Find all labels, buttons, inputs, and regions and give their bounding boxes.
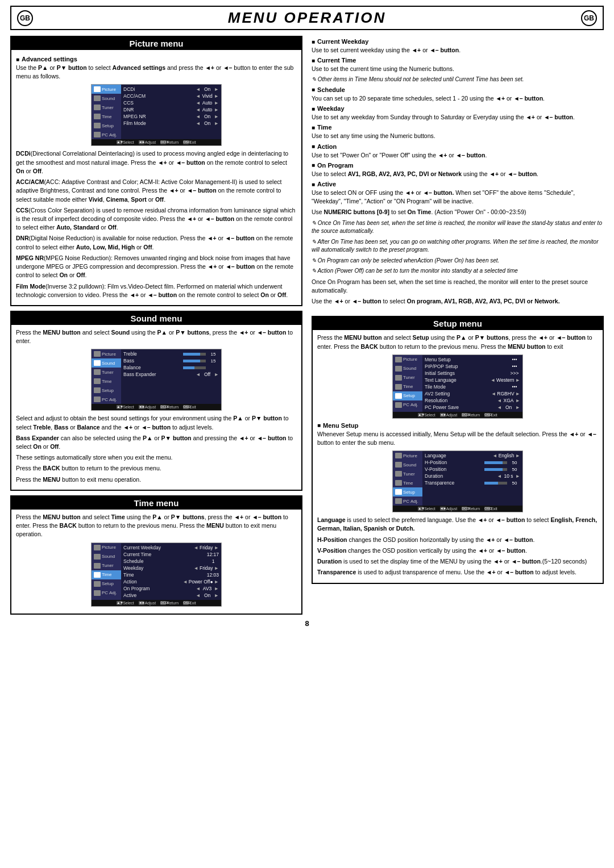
film-mode-text: Film Mode(Inverse 3:2 pulldown): Film vs… <box>16 282 297 299</box>
lang-sidebar-tuner: Tuner <box>393 469 422 478</box>
advanced-settings-text: Use the P▲ or P▼ button to select Advanc… <box>16 64 297 81</box>
mpeg-nr-text: MPEG NR(MPEG Noise Reduction): Removes u… <box>16 254 297 280</box>
sound-menu-bottom-bar: ▲▼ Select ◄► Adjust DCDi Return OSD Exit <box>92 404 221 410</box>
menu-row-initial-settings: Initial Settings >>> <box>425 370 520 377</box>
setup-sidebar-tuner: Tuner <box>393 373 422 382</box>
picture-sidebar: Picture Sound Tuner Time Setup PC Adj. <box>92 85 121 139</box>
sidebar-sound: Sound <box>92 94 121 103</box>
sidebar-setup: Setup <box>92 121 121 130</box>
current-weekday-label: Current Weekday <box>312 38 604 45</box>
main-content: Picture menu Advanced settings Use the P… <box>10 36 604 615</box>
picture-menu-screenshot: Picture Sound Tuner Time Setup PC Adj. D… <box>91 84 222 146</box>
time-sidebar: Picture Sound Tuner Time Setup PC Adj. <box>92 543 121 600</box>
menu-row-schedule: Schedule 1 <box>123 558 219 565</box>
menu-row-pc-power-save: PC Power Save ◄ On ► <box>425 404 520 411</box>
lang-menu-bottom-bar: ▲▼ Select ◄► Adjust DCDi Return OSD Exit <box>393 506 522 512</box>
vposition-text: V-Position changes the OSD position vert… <box>317 546 598 555</box>
menu-row-active: Active ◄ On ► <box>123 592 219 599</box>
time-sidebar-tuner: Tuner <box>92 561 121 570</box>
sound-menu-body: Press the MENU button and select Sound u… <box>11 325 301 490</box>
menu-row-balance: Balance <box>123 364 219 371</box>
language-text: Language is used to select the preferred… <box>317 516 598 533</box>
lang-sidebar-picture: Picture <box>393 451 422 460</box>
picture-menu-content: DCDi ◄ On ► ACC/ACM ◄ Vivid ► <box>121 85 221 139</box>
setup-sidebar-setup: Setup <box>393 391 422 400</box>
menu-row-current-weekday: Current Weekday ◄ Friday ► <box>123 544 219 551</box>
dnr-text: DNR(Digital Noise Reduction) is availabl… <box>16 234 297 251</box>
setup-menu-screenshot: Picture Sound Tuner Time Setup PC Adj. M… <box>392 354 523 419</box>
menu-row-text-language: Text Language ◄ Western ► <box>425 377 520 383</box>
note1: ✎ Once On Time has been set, when the se… <box>312 219 604 236</box>
time-label: Time <box>312 124 604 131</box>
note4: ✎ Action (Power Off) can be set to turn … <box>312 267 604 276</box>
note2: ✎ After On Time has been set, you can go… <box>312 238 604 254</box>
weekday-text: Use to set any weekday from Sunday throu… <box>312 113 604 122</box>
menu-row-dnr: DNR ◄ Auto ► <box>123 106 219 113</box>
setup-menu-content: Menu Setup ••• PIP/POP Setup ••• Initial… <box>422 355 522 412</box>
lang-sidebar-pcadj: PC Adj. <box>393 496 422 506</box>
menu-row-weekday: Weekday ◄ Friday ► <box>123 565 219 571</box>
summary-text1: Once On Program has been set, when the s… <box>312 278 604 295</box>
ccs-text: CCS(Cross Color Separation) is used to r… <box>16 206 297 232</box>
menu-row-time: Time 12:03 <box>123 571 219 578</box>
sound-sidebar-pcadj: PC Adj. <box>92 395 121 404</box>
sound-desc-text: Select and adjust to obtain the best sou… <box>16 414 297 431</box>
time-menu-body: Press the MENU button and select Time us… <box>11 510 301 614</box>
menu-row-vposition: V-Position 50 <box>425 466 520 473</box>
setup-menu-body: Press the MENU button and select Setup u… <box>313 330 603 582</box>
page-number: 8 <box>10 619 604 628</box>
menu-row-ccs: CCS ◄ Auto ► <box>123 99 219 106</box>
auto-store-text: These settings automatically store when … <box>16 453 297 462</box>
setup-sidebar-picture: Picture <box>393 355 422 364</box>
sound-sidebar-tuner: Tuner <box>92 368 121 377</box>
note3: ✎ On Program can only be selected whenAc… <box>312 257 604 265</box>
time-sidebar-pcadj: PC Adj. <box>92 589 121 598</box>
current-time-text: Use to set the current time using the Nu… <box>312 65 604 73</box>
gb-badge-left: GB <box>17 10 33 26</box>
picture-menu-section: Picture menu Advanced settings Use the P… <box>10 36 302 306</box>
gb-badge-right: GB <box>581 10 597 26</box>
active-text: Use to select ON or OFF using the ◄+ or … <box>312 189 604 206</box>
bass-expander-text: Bass Expander can also be selected using… <box>16 434 297 451</box>
time-sidebar-time: Time <box>92 570 121 579</box>
dcdi-text: DCDi(Directional Correlational Deinterla… <box>16 149 297 176</box>
sound-sidebar-picture: Picture <box>92 349 121 358</box>
sidebar-tuner: Tuner <box>92 103 121 112</box>
sidebar-picture: Picture <box>92 85 121 94</box>
menu-row-treble: Treble 15 <box>123 350 219 357</box>
menu-row-mpegnr: MPEG NR ◄ On ► <box>123 113 219 120</box>
menu-row-menu-setup: Menu Setup ••• <box>425 356 520 363</box>
menu-row-filmmode: Film Mode ◄ On ► <box>123 120 219 127</box>
current-weekday-text: Use to set current weekday using the ◄+ … <box>312 46 604 55</box>
hposition-text: H-Position changes the OSD position hori… <box>317 536 598 544</box>
duration-text: Duration is used to set the display time… <box>317 557 598 566</box>
sound-menu-title: Sound menu <box>11 312 301 325</box>
action-text: Use to set "Power On" or "Power Off" usi… <box>312 151 604 160</box>
picture-menu-bottom-bar: ▲▼ Select ◄► Adjust DCDi Return OSD Exit <box>92 139 221 145</box>
menu-row-av2-setting: AV2 Setting ◄ RGBHV ► <box>425 390 520 397</box>
time-menu-content: Current Weekday ◄ Friday ► Current Time … <box>121 543 221 600</box>
language-menu-screenshot: Picture Sound Tuner Time Setup PC Adj. L… <box>392 450 523 512</box>
time-sidebar-setup: Setup <box>92 579 121 589</box>
menu-row-dcdi: DCDi ◄ On ► <box>123 86 219 93</box>
picture-menu-title: Picture menu <box>11 37 301 50</box>
time-menu-title: Time menu <box>11 496 301 510</box>
setup-sidebar-sound: Sound <box>393 364 422 373</box>
lang-sidebar-setup: Setup <box>393 487 422 496</box>
sound-menu-screenshot: Picture Sound Tuner Time Setup PC Adj. T… <box>91 349 222 411</box>
setup-sidebar: Picture Sound Tuner Time Setup PC Adj. <box>393 355 422 412</box>
action-label: Action <box>312 143 604 150</box>
setup-sidebar-time: Time <box>393 382 422 391</box>
numeric-text: Use NUMERIC buttons [0-9] to set On Time… <box>312 208 604 216</box>
on-program-text: Use to select AV1, RGB, AV2, AV3, PC, DV… <box>312 170 604 178</box>
sound-menu-content: Treble 15 Bass 1 <box>121 349 221 404</box>
time-sidebar-sound: Sound <box>92 552 121 561</box>
menu-row-pip-pop: PIP/POP Setup ••• <box>425 363 520 370</box>
sound-sidebar: Picture Sound Tuner Time Setup PC Adj. <box>92 349 121 404</box>
schedule-text: You can set up to 20 separate time sched… <box>312 94 604 103</box>
menu-row-action: Action ◄ Power Off● ► <box>123 578 219 585</box>
menu-setup-label: Menu Setup <box>317 422 598 429</box>
lang-menu-content: Language ◄ English ► H-Position 50 <box>422 451 522 506</box>
sidebar-time: Time <box>92 112 121 121</box>
summary-text2: Use the ◄+ or ◄– button to select On pro… <box>312 297 604 306</box>
